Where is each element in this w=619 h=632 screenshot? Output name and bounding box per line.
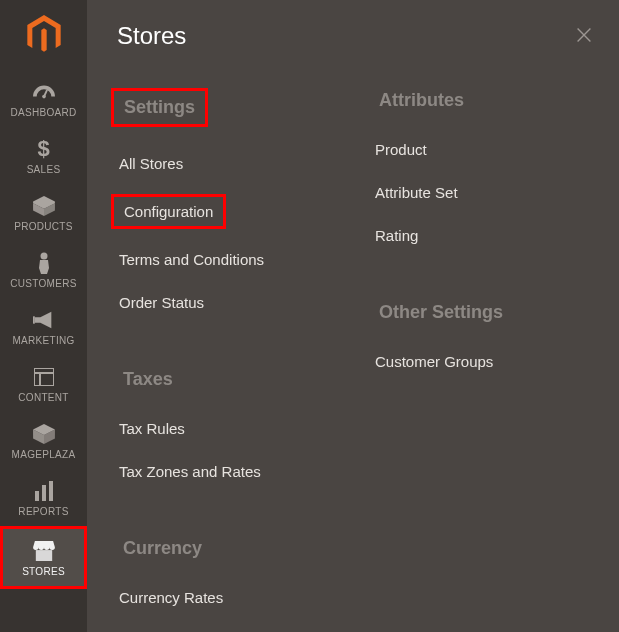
menu-link[interactable]: All Stores [111,151,191,176]
magento-logo[interactable] [0,0,87,70]
menu-link[interactable]: Product [367,137,435,162]
svg-rect-10 [35,550,51,561]
dollar-icon: $ [37,138,49,160]
menu-link[interactable]: Order Status [111,290,212,315]
menu-link[interactable]: Tax Rules [111,416,193,441]
nav-item-products[interactable]: PRODUCTS [0,184,87,241]
menu-link[interactable]: Terms and Conditions [111,247,272,272]
nav-label: CONTENT [18,392,68,403]
svg-point-2 [40,253,47,260]
svg-rect-9 [49,481,53,501]
nav-label: PRODUCTS [14,221,73,232]
nav-item-stores[interactable]: STORES [0,526,87,589]
nav-item-reports[interactable]: REPORTS [0,469,87,526]
section-header: Other Settings [373,300,509,325]
bars-icon [34,480,54,502]
nav-item-marketing[interactable]: MARKETING [0,298,87,355]
box-icon [33,195,55,217]
nav-item-customers[interactable]: CUSTOMERS [0,241,87,298]
panel-column-left: SettingsAll StoresConfigurationTerms and… [117,88,333,628]
spacer [117,333,333,367]
package-icon [33,423,55,445]
person-icon [37,252,51,274]
svg-rect-3 [33,316,35,323]
nav-item-dashboard[interactable]: DASHBOARD [0,70,87,127]
nav-item-mageplaza[interactable]: MAGEPLAZA [0,412,87,469]
menu-link[interactable]: Customer Groups [367,349,501,374]
nav-label: REPORTS [18,506,68,517]
stores-flyout-panel: Stores SettingsAll StoresConfigurationTe… [87,0,619,632]
section-header: Currency [117,536,208,561]
nav-item-sales[interactable]: $SALES [0,127,87,184]
nav-label: CUSTOMERS [10,278,76,289]
svg-rect-7 [35,491,39,501]
panel-column-right: AttributesProductAttribute SetRatingOthe… [373,88,589,628]
gauge-icon [33,81,55,103]
close-icon[interactable] [573,24,595,46]
section-header: Settings [111,88,208,127]
svg-rect-4 [34,368,54,386]
nav-label: MARKETING [12,335,74,346]
svg-rect-8 [42,485,46,501]
panel-title: Stores [117,22,589,50]
magento-logo-icon [27,15,61,55]
nav-item-content[interactable]: CONTENT [0,355,87,412]
svg-rect-1 [43,90,47,97]
spacer [117,502,333,536]
section-header: Attributes [373,88,470,113]
section-header: Taxes [117,367,179,392]
menu-link[interactable]: Currency Rates [111,585,231,610]
nav-label: SALES [27,164,61,175]
admin-sidebar: DASHBOARD$SALESPRODUCTSCUSTOMERSMARKETIN… [0,0,87,632]
megaphone-icon [33,309,55,331]
menu-link[interactable]: Configuration [111,194,226,229]
storefront-icon [33,540,55,562]
menu-link[interactable]: Rating [367,223,426,248]
nav-label: DASHBOARD [10,107,76,118]
nav-label: STORES [22,566,65,577]
menu-link[interactable]: Tax Zones and Rates [111,459,269,484]
spacer [373,266,589,300]
layout-icon [34,366,54,388]
nav-label: MAGEPLAZA [12,449,76,460]
menu-link[interactable]: Attribute Set [367,180,466,205]
